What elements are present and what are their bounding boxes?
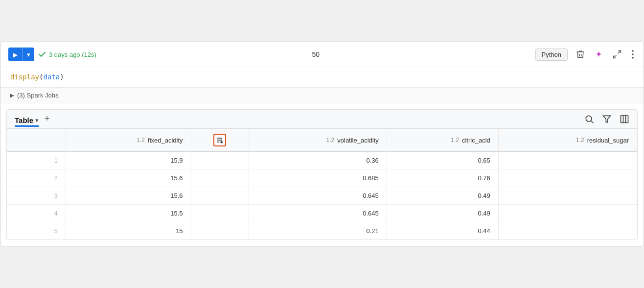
code-keyword: display [10, 73, 39, 81]
check-icon [38, 50, 46, 58]
more-icon [632, 49, 634, 59]
filter-icon [602, 114, 612, 124]
citric-acid-cell: 0.76 [387, 169, 498, 187]
volatile-acidity-cell: 0.645 [249, 205, 387, 222]
row-count: 50 [312, 50, 320, 58]
residual-sugar-cell [498, 152, 637, 169]
tab-chevron-icon [35, 117, 39, 124]
table-toolbar: Table + [7, 110, 637, 129]
search-icon [584, 114, 594, 124]
table-row: 3 15.6 0.645 0.49 [7, 187, 637, 205]
play-icon [13, 51, 18, 58]
row-number-cell: 2 [7, 169, 66, 187]
row-number-cell: 1 [7, 152, 66, 169]
notebook-cell: 3 days ago (12s) 50 Python ✦ [0, 42, 644, 246]
row-number-header [7, 129, 66, 152]
citric-acid-cell: 0.49 [387, 205, 498, 222]
fixed-acidity-cell: 15.5 [66, 205, 191, 222]
delete-button[interactable] [574, 48, 587, 61]
citric-acid-cell: 0.65 [387, 152, 498, 169]
toolbar-right: Python ✦ [535, 47, 636, 62]
fixed-acidity-type: 1.2 [137, 137, 145, 144]
fixed-acidity-label: fixed_acidity [148, 137, 183, 144]
citric-acid-type: 1.2 [451, 137, 459, 144]
ai-button[interactable]: ✦ [593, 47, 604, 62]
table-row: 1 15.9 0.36 0.65 [7, 152, 637, 169]
sort-cell [191, 205, 249, 222]
svg-marker-7 [603, 116, 611, 122]
data-table-wrapper: 1.2 fixed_acidity [7, 129, 637, 240]
residual-sugar-cell [498, 187, 637, 205]
citric-acid-label: citric_acid [462, 137, 490, 144]
citric-acid-cell: 0.44 [387, 222, 498, 240]
chevron-down-icon [27, 51, 30, 58]
sort-header[interactable] [191, 129, 249, 152]
search-button[interactable] [584, 114, 594, 124]
volatile-acidity-label: volatile_acidity [337, 137, 379, 144]
volatile-acidity-cell: 0.21 [249, 222, 387, 240]
run-dropdown-button[interactable] [23, 48, 34, 61]
volatile-acidity-cell: 0.685 [249, 169, 387, 187]
table-tab-label: Table [15, 116, 33, 124]
svg-point-3 [632, 53, 634, 55]
residual-sugar-type: 1.2 [576, 137, 584, 144]
table-row: 5 15 0.21 0.44 [7, 222, 637, 240]
volatile-acidity-cell: 0.645 [249, 187, 387, 205]
sort-asc-icon [216, 136, 224, 144]
fixed-acidity-cell: 15.6 [66, 187, 191, 205]
svg-point-5 [586, 116, 592, 121]
fixed-acidity-header[interactable]: 1.2 fixed_acidity [66, 129, 191, 152]
table-header-row: 1.2 fixed_acidity [7, 129, 637, 152]
row-count-display: 50 [100, 50, 531, 58]
expand-icon [612, 49, 622, 59]
table-tab-dropdown[interactable] [35, 117, 39, 124]
run-btn-group[interactable] [8, 48, 34, 61]
sort-cell [191, 169, 249, 187]
residual-sugar-cell [498, 205, 637, 222]
run-status: 3 days ago (12s) [38, 50, 96, 58]
table-panel: Table + [6, 109, 638, 240]
residual-sugar-header[interactable]: 1.2 residual_sugar [498, 129, 637, 152]
expand-button[interactable] [610, 48, 624, 61]
spark-jobs-label: (3) Spark Jobs [17, 92, 59, 99]
svg-point-4 [632, 57, 634, 59]
citric-acid-header[interactable]: 1.2 citric_acid [387, 129, 498, 152]
svg-point-2 [632, 50, 634, 52]
row-number-cell: 4 [7, 205, 66, 222]
residual-sugar-cell [498, 222, 637, 240]
more-options-button[interactable] [630, 48, 636, 61]
row-number-cell: 5 [7, 222, 66, 240]
spark-jobs-row[interactable]: ▶ (3) Spark Jobs [0, 88, 644, 103]
svg-line-6 [591, 120, 594, 123]
table-row: 2 15.6 0.685 0.76 [7, 169, 637, 187]
columns-button[interactable] [620, 114, 629, 124]
table-tab[interactable]: Table [15, 116, 39, 127]
volatile-acidity-type: 1.2 [326, 137, 335, 144]
svg-line-0 [618, 51, 621, 54]
run-button[interactable] [8, 48, 23, 61]
filter-button[interactable] [602, 114, 612, 124]
sort-icon[interactable] [213, 134, 226, 146]
citric-acid-cell: 0.49 [387, 187, 498, 205]
fixed-acidity-cell: 15.9 [66, 152, 191, 169]
sparkle-icon: ✦ [595, 49, 602, 60]
code-area: display(data) [0, 67, 644, 88]
volatile-acidity-header[interactable]: 1.2 volatile_acidity [249, 129, 387, 152]
data-table: 1.2 fixed_acidity [7, 129, 637, 240]
fixed-acidity-cell: 15 [66, 222, 191, 240]
code-argument: data [43, 73, 60, 81]
add-tab-button[interactable]: + [43, 114, 52, 124]
volatile-acidity-cell: 0.36 [249, 152, 387, 169]
sort-cell [191, 152, 249, 169]
residual-sugar-cell [498, 169, 637, 187]
residual-sugar-label: residual_sugar [587, 137, 629, 144]
sort-cell [191, 222, 249, 240]
language-selector[interactable]: Python [535, 48, 568, 61]
svg-line-1 [614, 55, 617, 58]
table-row: 4 15.5 0.645 0.49 [7, 205, 637, 222]
sort-cell [191, 187, 249, 205]
row-number-cell: 3 [7, 187, 66, 205]
table-toolbar-right [584, 114, 629, 124]
trash-icon [575, 49, 585, 59]
columns-icon [620, 114, 629, 124]
